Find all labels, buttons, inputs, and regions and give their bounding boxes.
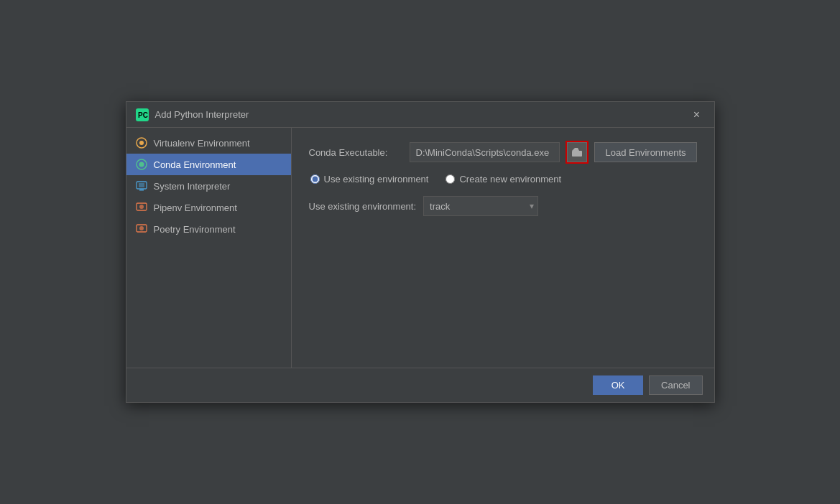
close-button[interactable]: × bbox=[688, 106, 706, 123]
conda-executable-row: Conda Executable: Load Environments bbox=[309, 142, 697, 162]
sidebar-item-poetry-label: Poetry Environment bbox=[154, 224, 236, 235]
existing-env-select[interactable]: track base py38 myenv bbox=[423, 196, 538, 216]
sidebar-item-conda[interactable]: Conda Environment bbox=[126, 154, 291, 175]
svg-rect-8 bbox=[139, 190, 144, 191]
sidebar-item-pipenv[interactable]: Pipenv Environment bbox=[126, 197, 291, 218]
svg-point-3 bbox=[139, 141, 144, 145]
sidebar-item-virtualenv[interactable]: Virtualenv Environment bbox=[126, 132, 291, 154]
use-existing-radio-label: Use existing environment bbox=[324, 174, 429, 185]
virtualenv-icon bbox=[135, 136, 148, 149]
svg-rect-13 bbox=[572, 151, 582, 157]
dialog-titlebar: PC Add Python Interpreter × bbox=[126, 102, 714, 128]
sidebar-item-conda-label: Conda Environment bbox=[154, 159, 236, 170]
dialog-footer: OK Cancel bbox=[126, 368, 714, 402]
dialog-title: Add Python Interpreter bbox=[155, 109, 249, 120]
sidebar-item-system-label: System Interpreter bbox=[154, 181, 231, 192]
cancel-button[interactable]: Cancel bbox=[649, 375, 702, 395]
existing-env-label: Use existing environment: bbox=[309, 201, 417, 212]
create-new-radio-option[interactable]: Create new environment bbox=[446, 174, 561, 185]
sidebar-item-system[interactable]: System Interpreter bbox=[126, 175, 291, 197]
use-existing-radio[interactable] bbox=[310, 174, 320, 184]
pycharm-icon: PC bbox=[135, 108, 149, 122]
add-python-interpreter-dialog: PC Add Python Interpreter × Virtualenv E… bbox=[126, 101, 715, 403]
sidebar-item-virtualenv-label: Virtualenv Environment bbox=[154, 138, 250, 149]
sidebar: Virtualenv Environment Conda Environment bbox=[126, 128, 292, 368]
dialog-body: Virtualenv Environment Conda Environment bbox=[126, 128, 714, 368]
existing-env-row: Use existing environment: track base py3… bbox=[309, 196, 697, 216]
conda-executable-input[interactable] bbox=[410, 142, 560, 162]
load-environments-button[interactable]: Load Environments bbox=[594, 142, 696, 162]
ok-button[interactable]: OK bbox=[593, 375, 643, 395]
create-new-radio[interactable] bbox=[446, 174, 455, 184]
create-new-radio-label: Create new environment bbox=[459, 174, 561, 185]
svg-point-5 bbox=[139, 162, 144, 167]
main-content: Conda Executable: Load Environments Use … bbox=[292, 128, 714, 368]
conda-icon bbox=[135, 158, 148, 171]
conda-executable-label: Conda Executable: bbox=[309, 147, 402, 158]
svg-point-10 bbox=[139, 205, 144, 209]
title-left: PC Add Python Interpreter bbox=[135, 108, 249, 122]
system-icon bbox=[135, 179, 148, 192]
svg-rect-7 bbox=[139, 183, 144, 187]
browse-button[interactable] bbox=[567, 142, 587, 162]
sidebar-item-poetry[interactable]: Poetry Environment bbox=[126, 218, 291, 240]
poetry-icon bbox=[135, 223, 148, 235]
svg-point-12 bbox=[139, 226, 144, 230]
env-select-wrapper: track base py38 myenv bbox=[423, 196, 538, 216]
use-existing-radio-option[interactable]: Use existing environment bbox=[310, 174, 429, 185]
sidebar-item-pipenv-label: Pipenv Environment bbox=[154, 202, 237, 213]
environment-type-row: Use existing environment Create new envi… bbox=[309, 174, 697, 185]
svg-text:PC: PC bbox=[138, 111, 148, 119]
pipenv-icon bbox=[135, 201, 148, 214]
